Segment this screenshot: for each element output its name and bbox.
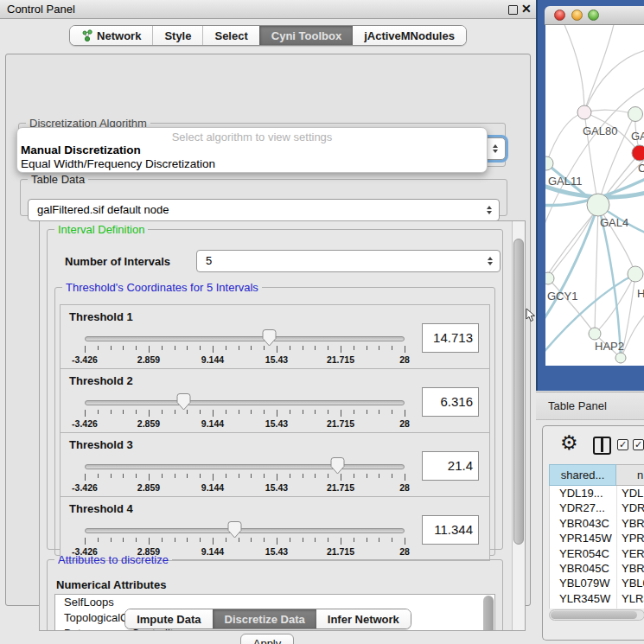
slider-track[interactable]	[85, 464, 405, 469]
tick-mark	[226, 346, 226, 350]
network-node[interactable]	[577, 105, 591, 119]
slider-thumb[interactable]	[330, 457, 345, 475]
tab-style[interactable]: Style	[152, 26, 202, 45]
table-horizontal-scrollbar[interactable]	[549, 609, 644, 621]
tab-select[interactable]: Select	[202, 26, 258, 45]
network-node[interactable]	[628, 107, 643, 122]
table-row[interactable]: YBR043CYBR0	[550, 516, 644, 531]
slider-tick-labels: -3.4262.8599.14415.4321.71528	[85, 482, 405, 494]
combo-value: galFiltered.sif default node	[37, 203, 169, 216]
tick-mark	[290, 410, 290, 414]
network-edge[interactable]	[563, 25, 584, 112]
column-header-name[interactable]: n...	[616, 464, 644, 486]
network-edge[interactable]	[595, 205, 598, 334]
threshold-value-field[interactable]: 11.344	[422, 515, 479, 545]
network-node[interactable]	[632, 145, 644, 161]
scrollbar-thumb[interactable]	[513, 239, 524, 545]
network-node-label: GA	[631, 130, 644, 143]
tick-mark	[175, 474, 175, 478]
table-data-combobox[interactable]: galFiltered.sif default node	[28, 199, 500, 221]
tick-mark	[405, 346, 405, 353]
table-row[interactable]: YIL052CYIL0	[550, 606, 644, 609]
apply-button[interactable]: Apply	[240, 634, 294, 644]
slider-thumb[interactable]	[176, 393, 191, 411]
tick-mark	[277, 410, 277, 417]
tab-cyni-toolbox[interactable]: Cyni Toolbox	[259, 26, 353, 45]
tab-discretize-data[interactable]: Discretize Data	[213, 609, 316, 628]
table-row[interactable]: YDL19...YDL1	[550, 486, 644, 501]
table-header-row: shared... n...	[549, 464, 644, 486]
tick-mark	[264, 410, 265, 414]
slider-track[interactable]	[85, 336, 405, 341]
tick-mark	[367, 538, 367, 542]
table-row[interactable]: YLR345WYLR3	[550, 591, 644, 606]
column-header-shared-name[interactable]: shared...	[549, 464, 616, 486]
tab-infer-network[interactable]: Infer Network	[316, 609, 411, 628]
tab-impute-data[interactable]: Impute Data	[125, 609, 212, 628]
network-edge[interactable]	[584, 49, 644, 112]
gear-icon[interactable]: ⚙	[560, 431, 578, 455]
network-edge[interactable]	[595, 274, 635, 334]
tick-mark	[341, 538, 341, 545]
table-row[interactable]: YER054CYER0	[550, 546, 644, 561]
tab-label: Infer Network	[328, 613, 399, 626]
tick-mark	[98, 410, 99, 414]
network-node[interactable]	[589, 328, 601, 340]
table-row[interactable]: YBL079WYBL0	[550, 576, 644, 590]
table-row[interactable]: YPR145WYPR1	[550, 531, 644, 545]
tick-label: 9.144	[201, 418, 224, 429]
checkbox-checked-icon[interactable]: ✓	[633, 439, 644, 450]
tab-network[interactable]: Network	[70, 26, 152, 45]
table-row[interactable]: YBR045CYBR0	[550, 561, 644, 576]
tab-jactivemnodules[interactable]: jActiveMNodules	[353, 26, 466, 45]
dropdown-option-equal-width[interactable]: Equal Width/Frequency Discretization	[17, 157, 487, 171]
threshold-value-field[interactable]: 6.316	[422, 387, 479, 417]
threshold-value-field[interactable]: 14.713	[422, 323, 479, 353]
close-icon[interactable]: ✕	[521, 2, 532, 16]
threshold-value-field[interactable]: 21.4	[422, 451, 479, 481]
slider-thumb[interactable]	[227, 521, 242, 539]
minimize-traffic-light[interactable]	[571, 10, 583, 21]
network-edge[interactable]	[546, 112, 584, 163]
dropdown-option-manual[interactable]: Manual Discretization	[17, 143, 487, 157]
split-columns-icon[interactable]	[593, 437, 611, 455]
network-canvas[interactable]: GAL80GACGAL11GAL4GCY1HHAP2	[545, 25, 644, 366]
tick-mark	[328, 346, 328, 350]
dropdown-placeholder-item[interactable]: Select algorithm to view settings	[17, 128, 487, 143]
tick-mark	[85, 346, 86, 353]
scrollbar-thumb[interactable]	[551, 611, 637, 619]
threshold-label: Threshold 4	[69, 502, 133, 515]
threshold-panel: Threshold 4-3.4262.8599.14415.4321.71528…	[60, 496, 490, 561]
network-node[interactable]	[628, 266, 643, 282]
slider-track[interactable]	[85, 528, 405, 533]
tick-mark	[277, 474, 277, 481]
tab-label: jActiveMNodules	[364, 29, 455, 42]
float-panel-icon[interactable]	[508, 5, 518, 15]
tick-mark	[149, 346, 150, 353]
checkbox-checked-icon[interactable]: ✓	[617, 439, 628, 450]
network-node-label: C	[638, 162, 644, 175]
node-table: shared... n... YDL19...YDL1YDR27...YDR2Y…	[549, 464, 644, 609]
tick-label: 2.859	[137, 354, 160, 365]
tick-mark	[162, 474, 163, 478]
tick-mark	[123, 346, 124, 350]
network-edge[interactable]	[598, 205, 635, 274]
slider-thumb[interactable]	[262, 329, 277, 347]
network-window-titlebar[interactable]	[545, 6, 644, 25]
network-node[interactable]	[587, 194, 609, 216]
network-node[interactable]	[545, 272, 554, 284]
section-legend: Attributes to discretize	[54, 553, 172, 566]
tick-mark	[175, 538, 175, 542]
zoom-traffic-light[interactable]	[588, 10, 599, 21]
thresholds-section: Threshold's Coordinates for 5 Intervals …	[54, 281, 495, 556]
table-row[interactable]: YDR27...YDR2	[550, 501, 644, 515]
close-traffic-light[interactable]	[554, 10, 565, 21]
tick-mark	[328, 474, 328, 478]
network-node[interactable]	[615, 353, 626, 363]
settings-vertical-scrollbar[interactable]	[512, 221, 525, 630]
network-edge[interactable]	[584, 25, 615, 112]
network-edge[interactable]	[621, 310, 644, 358]
slider-track[interactable]	[85, 400, 405, 405]
tick-mark	[341, 410, 341, 417]
number-of-intervals-combobox[interactable]: 5	[196, 250, 501, 272]
